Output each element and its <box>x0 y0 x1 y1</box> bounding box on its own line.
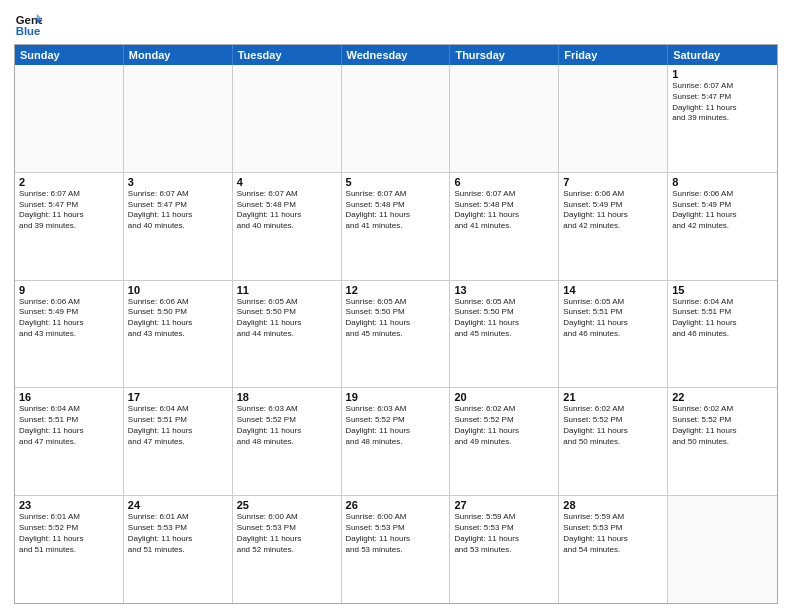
day-header-wednesday: Wednesday <box>342 45 451 65</box>
day-cell-28: 28Sunrise: 5:59 AM Sunset: 5:53 PM Dayli… <box>559 496 668 603</box>
week-row-4: 16Sunrise: 6:04 AM Sunset: 5:51 PM Dayli… <box>15 387 777 495</box>
day-header-monday: Monday <box>124 45 233 65</box>
day-info: Sunrise: 6:07 AM Sunset: 5:48 PM Dayligh… <box>454 189 554 232</box>
empty-cell <box>233 65 342 172</box>
week-row-3: 9Sunrise: 6:06 AM Sunset: 5:49 PM Daylig… <box>15 280 777 388</box>
day-cell-16: 16Sunrise: 6:04 AM Sunset: 5:51 PM Dayli… <box>15 388 124 495</box>
day-cell-13: 13Sunrise: 6:05 AM Sunset: 5:50 PM Dayli… <box>450 281 559 388</box>
day-info: Sunrise: 6:04 AM Sunset: 5:51 PM Dayligh… <box>672 297 773 340</box>
day-cell-15: 15Sunrise: 6:04 AM Sunset: 5:51 PM Dayli… <box>668 281 777 388</box>
day-info: Sunrise: 6:05 AM Sunset: 5:50 PM Dayligh… <box>454 297 554 340</box>
calendar-body: 1Sunrise: 6:07 AM Sunset: 5:47 PM Daylig… <box>15 65 777 603</box>
day-cell-12: 12Sunrise: 6:05 AM Sunset: 5:50 PM Dayli… <box>342 281 451 388</box>
day-info: Sunrise: 6:04 AM Sunset: 5:51 PM Dayligh… <box>19 404 119 447</box>
day-number: 7 <box>563 176 663 188</box>
day-number: 13 <box>454 284 554 296</box>
day-number: 16 <box>19 391 119 403</box>
day-cell-9: 9Sunrise: 6:06 AM Sunset: 5:49 PM Daylig… <box>15 281 124 388</box>
day-cell-17: 17Sunrise: 6:04 AM Sunset: 5:51 PM Dayli… <box>124 388 233 495</box>
day-number: 12 <box>346 284 446 296</box>
day-info: Sunrise: 6:06 AM Sunset: 5:49 PM Dayligh… <box>563 189 663 232</box>
day-cell-24: 24Sunrise: 6:01 AM Sunset: 5:53 PM Dayli… <box>124 496 233 603</box>
day-info: Sunrise: 6:02 AM Sunset: 5:52 PM Dayligh… <box>563 404 663 447</box>
day-number: 23 <box>19 499 119 511</box>
day-cell-10: 10Sunrise: 6:06 AM Sunset: 5:50 PM Dayli… <box>124 281 233 388</box>
day-info: Sunrise: 6:07 AM Sunset: 5:48 PM Dayligh… <box>237 189 337 232</box>
day-cell-19: 19Sunrise: 6:03 AM Sunset: 5:52 PM Dayli… <box>342 388 451 495</box>
day-cell-23: 23Sunrise: 6:01 AM Sunset: 5:52 PM Dayli… <box>15 496 124 603</box>
day-number: 25 <box>237 499 337 511</box>
day-number: 26 <box>346 499 446 511</box>
day-info: Sunrise: 6:07 AM Sunset: 5:48 PM Dayligh… <box>346 189 446 232</box>
day-number: 20 <box>454 391 554 403</box>
day-info: Sunrise: 6:05 AM Sunset: 5:50 PM Dayligh… <box>346 297 446 340</box>
day-number: 17 <box>128 391 228 403</box>
day-info: Sunrise: 6:07 AM Sunset: 5:47 PM Dayligh… <box>19 189 119 232</box>
day-cell-25: 25Sunrise: 6:00 AM Sunset: 5:53 PM Dayli… <box>233 496 342 603</box>
week-row-1: 1Sunrise: 6:07 AM Sunset: 5:47 PM Daylig… <box>15 65 777 172</box>
logo-icon: General Blue <box>14 10 42 38</box>
day-number: 14 <box>563 284 663 296</box>
day-info: Sunrise: 6:00 AM Sunset: 5:53 PM Dayligh… <box>237 512 337 555</box>
day-number: 15 <box>672 284 773 296</box>
day-cell-1: 1Sunrise: 6:07 AM Sunset: 5:47 PM Daylig… <box>668 65 777 172</box>
day-number: 4 <box>237 176 337 188</box>
day-cell-7: 7Sunrise: 6:06 AM Sunset: 5:49 PM Daylig… <box>559 173 668 280</box>
day-info: Sunrise: 6:05 AM Sunset: 5:50 PM Dayligh… <box>237 297 337 340</box>
day-info: Sunrise: 6:07 AM Sunset: 5:47 PM Dayligh… <box>672 81 773 124</box>
day-number: 1 <box>672 68 773 80</box>
page-header: General Blue <box>14 10 778 38</box>
calendar-header: SundayMondayTuesdayWednesdayThursdayFrid… <box>15 45 777 65</box>
week-row-5: 23Sunrise: 6:01 AM Sunset: 5:52 PM Dayli… <box>15 495 777 603</box>
day-cell-2: 2Sunrise: 6:07 AM Sunset: 5:47 PM Daylig… <box>15 173 124 280</box>
day-number: 19 <box>346 391 446 403</box>
day-header-saturday: Saturday <box>668 45 777 65</box>
day-info: Sunrise: 5:59 AM Sunset: 5:53 PM Dayligh… <box>454 512 554 555</box>
day-number: 22 <box>672 391 773 403</box>
day-header-tuesday: Tuesday <box>233 45 342 65</box>
day-info: Sunrise: 6:00 AM Sunset: 5:53 PM Dayligh… <box>346 512 446 555</box>
day-number: 27 <box>454 499 554 511</box>
day-number: 21 <box>563 391 663 403</box>
svg-text:Blue: Blue <box>16 25 41 37</box>
day-number: 24 <box>128 499 228 511</box>
day-cell-18: 18Sunrise: 6:03 AM Sunset: 5:52 PM Dayli… <box>233 388 342 495</box>
day-number: 18 <box>237 391 337 403</box>
day-info: Sunrise: 6:02 AM Sunset: 5:52 PM Dayligh… <box>672 404 773 447</box>
day-header-friday: Friday <box>559 45 668 65</box>
day-info: Sunrise: 6:07 AM Sunset: 5:47 PM Dayligh… <box>128 189 228 232</box>
day-number: 28 <box>563 499 663 511</box>
day-cell-3: 3Sunrise: 6:07 AM Sunset: 5:47 PM Daylig… <box>124 173 233 280</box>
day-info: Sunrise: 6:06 AM Sunset: 5:50 PM Dayligh… <box>128 297 228 340</box>
day-cell-22: 22Sunrise: 6:02 AM Sunset: 5:52 PM Dayli… <box>668 388 777 495</box>
day-cell-20: 20Sunrise: 6:02 AM Sunset: 5:52 PM Dayli… <box>450 388 559 495</box>
day-info: Sunrise: 6:01 AM Sunset: 5:52 PM Dayligh… <box>19 512 119 555</box>
day-cell-5: 5Sunrise: 6:07 AM Sunset: 5:48 PM Daylig… <box>342 173 451 280</box>
day-header-sunday: Sunday <box>15 45 124 65</box>
empty-cell <box>124 65 233 172</box>
day-cell-26: 26Sunrise: 6:00 AM Sunset: 5:53 PM Dayli… <box>342 496 451 603</box>
day-number: 5 <box>346 176 446 188</box>
day-number: 11 <box>237 284 337 296</box>
day-info: Sunrise: 6:02 AM Sunset: 5:52 PM Dayligh… <box>454 404 554 447</box>
day-cell-11: 11Sunrise: 6:05 AM Sunset: 5:50 PM Dayli… <box>233 281 342 388</box>
day-info: Sunrise: 6:05 AM Sunset: 5:51 PM Dayligh… <box>563 297 663 340</box>
day-info: Sunrise: 5:59 AM Sunset: 5:53 PM Dayligh… <box>563 512 663 555</box>
week-row-2: 2Sunrise: 6:07 AM Sunset: 5:47 PM Daylig… <box>15 172 777 280</box>
day-cell-8: 8Sunrise: 6:06 AM Sunset: 5:49 PM Daylig… <box>668 173 777 280</box>
day-number: 3 <box>128 176 228 188</box>
day-number: 9 <box>19 284 119 296</box>
day-number: 6 <box>454 176 554 188</box>
day-cell-4: 4Sunrise: 6:07 AM Sunset: 5:48 PM Daylig… <box>233 173 342 280</box>
day-info: Sunrise: 6:06 AM Sunset: 5:49 PM Dayligh… <box>19 297 119 340</box>
day-number: 8 <box>672 176 773 188</box>
empty-cell <box>450 65 559 172</box>
empty-cell <box>668 496 777 603</box>
day-number: 2 <box>19 176 119 188</box>
day-cell-27: 27Sunrise: 5:59 AM Sunset: 5:53 PM Dayli… <box>450 496 559 603</box>
day-cell-6: 6Sunrise: 6:07 AM Sunset: 5:48 PM Daylig… <box>450 173 559 280</box>
calendar: SundayMondayTuesdayWednesdayThursdayFrid… <box>14 44 778 604</box>
empty-cell <box>15 65 124 172</box>
empty-cell <box>559 65 668 172</box>
day-number: 10 <box>128 284 228 296</box>
